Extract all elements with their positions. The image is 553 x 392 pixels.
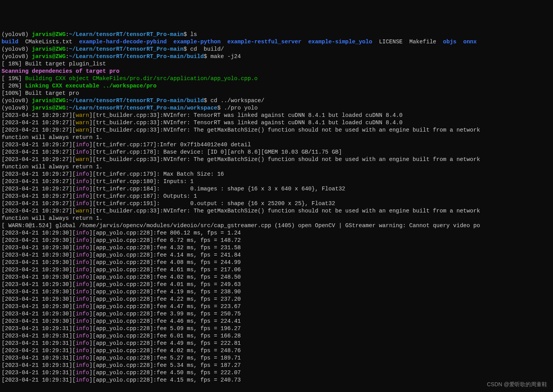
terminal-output[interactable]: (yolov8) jarvis@ZWG:~/Learn/tensorRT/ten… (2, 31, 551, 384)
watermark: CSDN @爱听歌的周童鞋 (487, 381, 547, 388)
